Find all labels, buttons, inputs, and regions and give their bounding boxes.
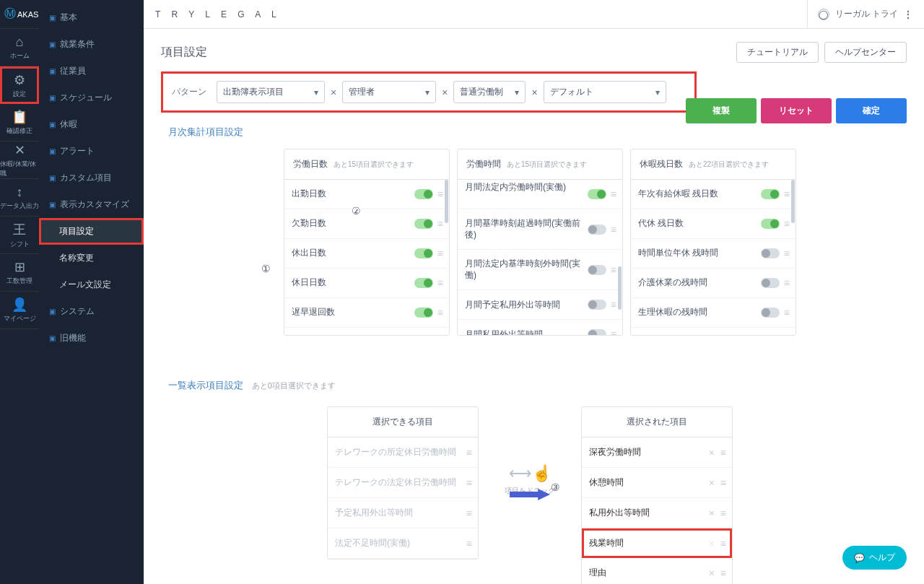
toggle-switch[interactable] (588, 265, 606, 275)
drag-handle-icon[interactable]: ≡ (720, 447, 725, 458)
available-item[interactable]: 法定不足時間(実働)≡ (328, 528, 478, 559)
available-item[interactable]: テレワークの所定休日労働時間≡ (328, 437, 478, 468)
reset-button[interactable]: リセット (761, 98, 832, 123)
sidebar-employee[interactable]: ▣従業員 (39, 58, 144, 84)
sidebar-system[interactable]: ▣システム (39, 298, 144, 325)
selected-item[interactable]: 私用外出等時間×≡ (582, 498, 732, 528)
rail-mypage[interactable]: 👤マイページ (0, 292, 39, 329)
summary-row[interactable]: 介護休業の残時間≡ (631, 269, 796, 298)
summary-row[interactable]: 遅早退回数≡ (284, 298, 449, 328)
pattern-dd2[interactable]: 管理者▾ (342, 81, 436, 103)
help-fab-button[interactable]: 💬 ヘルプ (842, 546, 907, 570)
remove-icon[interactable]: × (709, 477, 715, 489)
pattern-dd1[interactable]: 出勤簿表示項目▾ (217, 81, 325, 103)
rail-shift[interactable]: 王シフト (0, 217, 39, 254)
summary-row[interactable]: 月間基準時刻超過時間(実働前後)≡ (458, 209, 622, 250)
remove-icon[interactable]: × (709, 507, 715, 519)
close-icon[interactable]: × (440, 87, 449, 98)
tutorial-button[interactable]: チュートリアル (736, 42, 819, 63)
confirm-button[interactable]: 確定 (836, 98, 907, 123)
sidebar-alert[interactable]: ▣アラート (39, 138, 144, 165)
summary-row[interactable]: 時間単位年休 残時間≡ (631, 239, 796, 269)
sidebar-basic[interactable]: ▣基本 (39, 4, 144, 31)
toggle-switch[interactable] (414, 308, 433, 318)
drag-handle-icon[interactable]: ≡ (784, 218, 788, 230)
copy-button[interactable]: 複製 (686, 98, 757, 123)
toggle-switch[interactable] (761, 278, 780, 288)
user-menu-icon[interactable]: ⋮ (904, 9, 912, 19)
available-item[interactable]: 予定私用外出等時間≡ (328, 498, 478, 528)
close-icon[interactable]: × (530, 87, 539, 98)
drag-handle-icon[interactable]: ≡ (720, 538, 725, 549)
toggle-switch[interactable] (761, 248, 780, 258)
summary-row[interactable]: 年次有給休暇 残日数≡ (631, 180, 796, 209)
rail-confirm[interactable]: 📋確認修正 (0, 104, 39, 141)
selected-item[interactable]: 残業時間×≡ (582, 528, 732, 558)
available-item[interactable]: テレワークの法定休日労働時間≡ (328, 468, 478, 498)
pattern-dd3[interactable]: 普通労働制▾ (453, 81, 526, 103)
toggle-switch[interactable] (414, 189, 433, 199)
sidebar-old[interactable]: ▣旧機能 (39, 325, 144, 352)
close-icon[interactable]: × (329, 87, 338, 98)
drag-handle-icon[interactable]: ≡ (611, 188, 615, 200)
selected-item[interactable]: 理由×≡ (582, 558, 732, 584)
drag-handle-icon[interactable]: ≡ (437, 277, 442, 289)
summary-row[interactable]: 休日日数≡ (284, 269, 449, 298)
drag-handle-icon[interactable]: ≡ (784, 277, 788, 289)
drag-handle-icon[interactable]: ≡ (611, 299, 615, 310)
sidebar-schedule[interactable]: ▣スケジュール (39, 84, 144, 111)
drag-handle-icon[interactable]: ≡ (466, 447, 471, 458)
toggle-switch[interactable] (414, 278, 433, 288)
drag-handle-icon[interactable]: ≡ (466, 507, 471, 519)
pattern-dd4[interactable]: デフォルト▾ (544, 81, 666, 103)
drag-handle-icon[interactable]: ≡ (437, 188, 442, 200)
drag-handle-icon[interactable]: ≡ (437, 307, 442, 318)
toggle-switch[interactable] (588, 225, 606, 235)
remove-icon[interactable]: × (709, 538, 715, 549)
drag-handle-icon[interactable]: ≡ (720, 477, 725, 489)
drag-handle-icon[interactable]: ≡ (784, 188, 788, 200)
remove-icon[interactable]: × (709, 447, 715, 458)
toggle-switch[interactable] (414, 219, 433, 229)
drag-handle-icon[interactable]: ≡ (611, 224, 615, 235)
rail-data[interactable]: ↕データ入出力 (0, 179, 39, 217)
rail-settings[interactable]: ⚙設定 (0, 66, 39, 104)
toggle-switch[interactable] (761, 219, 780, 229)
drag-handle-icon[interactable]: ≡ (784, 248, 788, 259)
toggle-switch[interactable] (588, 189, 606, 199)
summary-row[interactable]: 出勤日数≡ (284, 180, 449, 209)
rail-kousu[interactable]: ⊞工数管理 (0, 254, 39, 292)
summary-row[interactable]: 月間予定私用外出等時間≡ (458, 290, 622, 320)
toggle-switch[interactable] (588, 300, 606, 310)
summary-row[interactable]: 休出日数≡ (284, 239, 449, 269)
help-center-button[interactable]: ヘルプセンター (824, 42, 907, 63)
sidebar-sub-item-settings[interactable]: 項目設定 (39, 218, 144, 245)
scrollbar[interactable] (445, 180, 448, 223)
drag-handle-icon[interactable]: ≡ (437, 218, 442, 230)
sidebar-work[interactable]: ▣就業条件 (39, 31, 144, 58)
drag-handle-icon[interactable]: ≡ (720, 567, 725, 579)
rail-home[interactable]: ⌂ホーム (0, 29, 39, 66)
sidebar-sub-rename[interactable]: 名称変更 (39, 245, 144, 271)
toggle-switch[interactable] (588, 329, 606, 335)
drag-handle-icon[interactable]: ≡ (466, 538, 471, 549)
scrollbar[interactable] (618, 266, 622, 310)
summary-row[interactable]: 月間法定内労働時間(実働)≡ (458, 180, 622, 209)
drag-handle-icon[interactable]: ≡ (611, 328, 615, 335)
drag-handle-icon[interactable]: ≡ (720, 507, 725, 519)
drag-handle-icon[interactable]: ≡ (611, 264, 615, 276)
summary-row[interactable]: 欠勤日数≡ (284, 209, 449, 239)
sidebar-display[interactable]: ▣表示カスタマイズ (39, 191, 144, 218)
summary-row[interactable]: 月間私用外出等時間≡ (458, 320, 622, 335)
sidebar-custom[interactable]: ▣カスタム項目 (39, 165, 144, 191)
toggle-switch[interactable] (414, 248, 433, 258)
drag-handle-icon[interactable]: ≡ (784, 307, 788, 318)
sidebar-vacation[interactable]: ▣休暇 (39, 111, 144, 138)
summary-row[interactable]: 生理休暇の残時間≡ (631, 298, 796, 328)
sidebar-sub-mail[interactable]: メール文設定 (39, 271, 144, 298)
summary-row[interactable]: 月間法定内基準時刻外時間(実働)≡ (458, 250, 622, 290)
toggle-switch[interactable] (761, 189, 780, 199)
scrollbar[interactable] (791, 180, 795, 223)
toggle-switch[interactable] (761, 308, 780, 318)
remove-icon[interactable]: × (709, 567, 715, 579)
